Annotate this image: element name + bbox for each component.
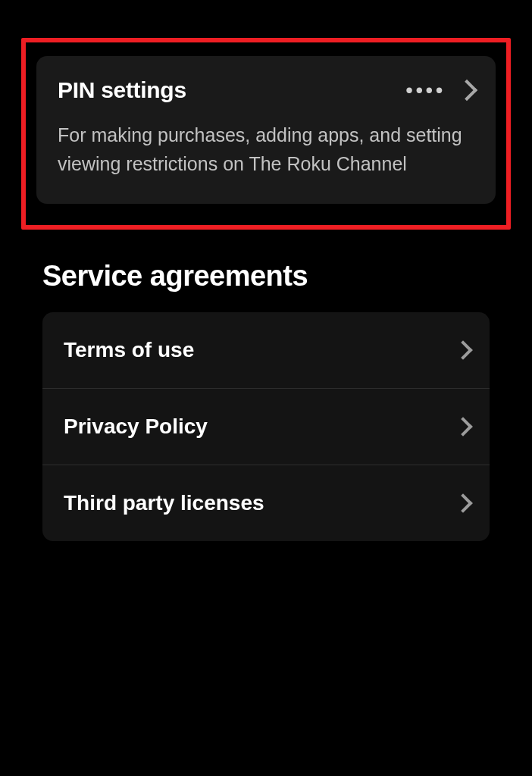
pin-right-group: ••••: [406, 80, 474, 101]
pin-settings-card[interactable]: PIN settings •••• For making purchases, …: [36, 56, 496, 204]
settings-page: PIN settings •••• For making purchases, …: [0, 0, 532, 541]
list-item-label: Third party licenses: [64, 491, 264, 515]
terms-of-use-item[interactable]: Terms of use: [42, 312, 490, 389]
list-item-label: Privacy Policy: [64, 415, 208, 439]
chevron-right-icon: [459, 493, 471, 514]
pin-dots-icon: ••••: [406, 80, 446, 100]
service-agreements-list: Terms of use Privacy Policy Third party …: [42, 312, 490, 541]
highlight-annotation: PIN settings •••• For making purchases, …: [21, 38, 511, 230]
chevron-right-icon: [459, 416, 471, 437]
service-agreements-heading: Service agreements: [0, 260, 532, 312]
pin-settings-title: PIN settings: [58, 77, 186, 103]
pin-settings-header: PIN settings ••••: [58, 77, 474, 103]
privacy-policy-item[interactable]: Privacy Policy: [42, 389, 490, 465]
list-item-label: Terms of use: [64, 338, 194, 362]
pin-settings-description: For making purchases, adding apps, and s…: [58, 121, 474, 178]
chevron-right-icon: [459, 340, 471, 361]
chevron-right-icon: [462, 80, 474, 101]
third-party-licenses-item[interactable]: Third party licenses: [42, 465, 490, 541]
